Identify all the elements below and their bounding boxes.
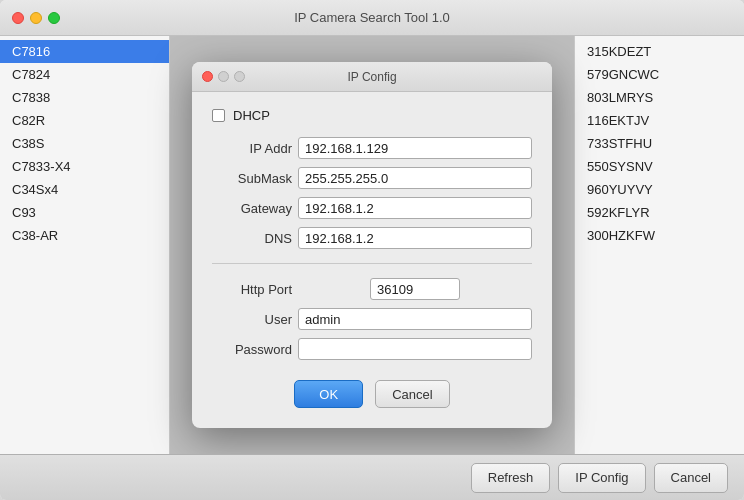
gateway-label: Gateway	[212, 201, 292, 216]
right-list-item: 733STFHU	[575, 132, 744, 155]
password-label: Password	[212, 342, 292, 357]
dialog-body: DHCP IP Addr SubMask Gateway DNS	[192, 92, 552, 428]
http-port-input[interactable]	[370, 278, 460, 300]
dialog-minimize-button[interactable]	[218, 71, 229, 82]
cancel-button[interactable]: Cancel	[375, 380, 449, 408]
refresh-button[interactable]: Refresh	[471, 463, 551, 493]
ip-config-button[interactable]: IP Config	[558, 463, 645, 493]
dialog-close-button[interactable]	[202, 71, 213, 82]
dns-input[interactable]	[298, 227, 532, 249]
title-bar: IP Camera Search Tool 1.0	[0, 0, 744, 36]
list-item[interactable]: C7838	[0, 86, 169, 109]
right-panel: 315KDEZT 579GNCWC 803LMRYS 116EKTJV 733S…	[574, 36, 744, 454]
password-input[interactable]	[298, 338, 532, 360]
bottom-toolbar: Refresh IP Config Cancel	[0, 454, 744, 500]
user-label: User	[212, 312, 292, 327]
main-content: C7816 C7824 C7838 C82R C38S C7833-X4 C34…	[0, 36, 744, 454]
dialog-traffic-lights	[202, 71, 245, 82]
right-list-item: 579GNCWC	[575, 63, 744, 86]
submask-input[interactable]	[298, 167, 532, 189]
ip-config-dialog: IP Config DHCP IP Addr SubM	[192, 62, 552, 428]
cancel-button[interactable]: Cancel	[654, 463, 728, 493]
list-item[interactable]: C7833-X4	[0, 155, 169, 178]
user-input[interactable]	[298, 308, 532, 330]
maximize-button[interactable]	[48, 12, 60, 24]
left-panel: C7816 C7824 C7838 C82R C38S C7833-X4 C34…	[0, 36, 170, 454]
right-list-item: 803LMRYS	[575, 86, 744, 109]
list-item[interactable]: C93	[0, 201, 169, 224]
dhcp-row: DHCP	[212, 108, 532, 123]
network-fields: IP Addr SubMask Gateway DNS	[212, 137, 532, 249]
dialog-title: IP Config	[347, 70, 396, 84]
port-input-wrap	[298, 278, 532, 300]
minimize-button[interactable]	[30, 12, 42, 24]
ok-button[interactable]: OK	[294, 380, 363, 408]
right-list-item: 550SYSNV	[575, 155, 744, 178]
http-port-label: Http Port	[212, 282, 292, 297]
list-item[interactable]: C38-AR	[0, 224, 169, 247]
list-item[interactable]: C7816	[0, 40, 169, 63]
dialog-overlay: IP Config DHCP IP Addr SubM	[170, 36, 574, 454]
dialog-maximize-button[interactable]	[234, 71, 245, 82]
center-panel: IP Config DHCP IP Addr SubM	[170, 36, 574, 454]
main-window: IP Camera Search Tool 1.0 C7816 C7824 C7…	[0, 0, 744, 500]
dhcp-label: DHCP	[233, 108, 270, 123]
close-button[interactable]	[12, 12, 24, 24]
right-list-item: 315KDEZT	[575, 40, 744, 63]
list-item[interactable]: C82R	[0, 109, 169, 132]
dns-label: DNS	[212, 231, 292, 246]
list-item[interactable]: C38S	[0, 132, 169, 155]
ip-addr-input[interactable]	[298, 137, 532, 159]
dhcp-checkbox[interactable]	[212, 109, 225, 122]
app-title: IP Camera Search Tool 1.0	[294, 10, 450, 25]
user-password-fields: User Password	[212, 308, 532, 360]
submask-label: SubMask	[212, 171, 292, 186]
dialog-buttons: OK Cancel	[212, 380, 532, 408]
http-port-row: Http Port	[212, 278, 532, 300]
traffic-lights	[12, 12, 60, 24]
list-item[interactable]: C34Sx4	[0, 178, 169, 201]
list-item[interactable]: C7824	[0, 63, 169, 86]
right-list-item: 116EKTJV	[575, 109, 744, 132]
right-list-item: 960YUYVY	[575, 178, 744, 201]
gateway-input[interactable]	[298, 197, 532, 219]
dialog-title-bar: IP Config	[192, 62, 552, 92]
divider	[212, 263, 532, 264]
ip-addr-label: IP Addr	[212, 141, 292, 156]
right-list-item: 300HZKFW	[575, 224, 744, 247]
right-list-item: 592KFLYR	[575, 201, 744, 224]
